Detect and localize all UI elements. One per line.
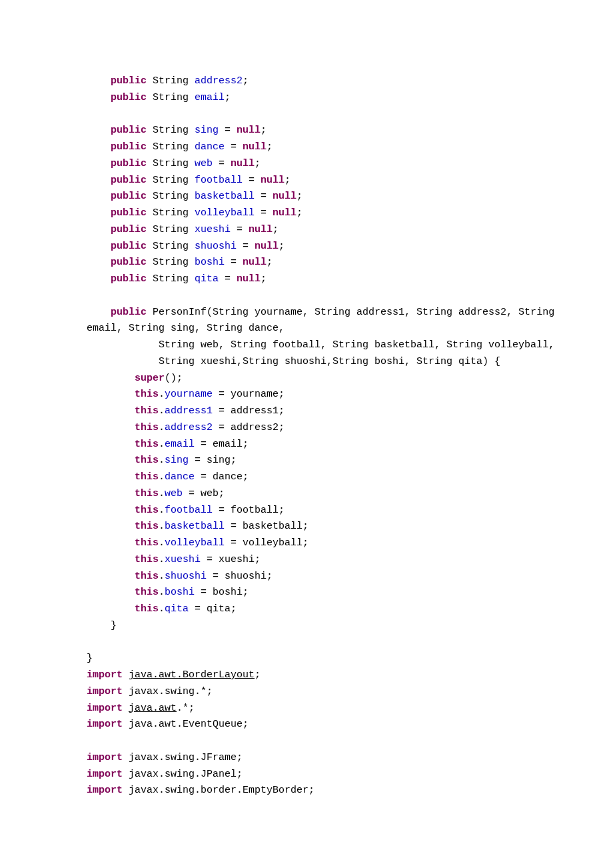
code-token: super xyxy=(135,373,165,384)
code-token: import xyxy=(87,703,129,714)
code-token: sing xyxy=(195,125,219,136)
code-token: public xyxy=(111,75,153,87)
code-token: = xyxy=(231,224,249,235)
code-token: String xyxy=(153,175,195,186)
code-token: public xyxy=(111,307,153,318)
code-token: public xyxy=(111,241,153,252)
code-line: } xyxy=(87,620,117,631)
code-line: import javax.swing.*; xyxy=(87,686,213,697)
code-token: this xyxy=(135,505,159,516)
code-line: this.address1 = address1; xyxy=(87,405,285,417)
code-token: this xyxy=(135,405,159,417)
code-line: this.xueshi = xueshi; xyxy=(87,554,261,565)
code-token: dance xyxy=(165,471,195,483)
code-token: = football; xyxy=(213,505,285,516)
code-token: this xyxy=(135,389,159,400)
code-token: basketball xyxy=(165,521,225,532)
code-token: ; xyxy=(285,175,291,186)
code-line: this.shuoshi = shuoshi; xyxy=(87,571,273,582)
code-token: null xyxy=(273,207,297,219)
code-line: public String dance = null; xyxy=(87,141,273,153)
code-token: javax.swing.JPanel; xyxy=(129,769,243,780)
code-token: String xyxy=(153,257,195,268)
code-token: = address1; xyxy=(213,405,285,417)
code-line: import javax.swing.JFrame; xyxy=(87,752,243,763)
code-token: = xyxy=(243,175,261,186)
code-token: . xyxy=(159,471,165,483)
code-token: javax.swing.JFrame; xyxy=(129,752,243,763)
code-token: . xyxy=(159,603,165,615)
code-token: String xyxy=(153,75,195,87)
code-token: basketball xyxy=(195,191,255,202)
code-line: this.email = email; xyxy=(87,439,249,450)
code-token: = address2; xyxy=(213,422,285,433)
code-token: ; xyxy=(243,75,249,87)
code-token: public xyxy=(111,207,153,219)
code-token: null xyxy=(231,158,255,169)
code-token: yourname xyxy=(165,389,213,400)
code-token: this xyxy=(135,603,159,615)
code-token: xueshi xyxy=(195,224,231,235)
code-token: web xyxy=(165,488,183,499)
code-line: this.basketball = basketball; xyxy=(87,521,308,532)
code-token: java.awt.BorderLayout xyxy=(129,669,255,681)
code-token: public xyxy=(111,175,153,186)
code-token: this xyxy=(135,587,159,598)
code-token: qita xyxy=(165,603,189,615)
code-token: ; xyxy=(255,158,261,169)
code-token: null xyxy=(261,175,285,186)
code-line: public String basketball = null; xyxy=(87,191,303,202)
code-token: this xyxy=(135,554,159,565)
code-line: public String boshi = null; xyxy=(87,257,273,268)
code-token: boshi xyxy=(165,587,195,598)
code-token: null xyxy=(243,257,267,268)
code-line: super(); xyxy=(87,373,183,384)
code-token: import xyxy=(87,769,129,780)
code-token: ; xyxy=(267,257,273,268)
code-token: = xyxy=(255,191,273,202)
code-token: . xyxy=(159,405,165,417)
code-token: = xueshi; xyxy=(201,554,261,565)
code-token: String xyxy=(153,125,195,136)
code-token: public xyxy=(111,158,153,169)
code-token: xueshi xyxy=(165,554,201,565)
code-token: address2 xyxy=(165,422,213,433)
code-token: public xyxy=(111,273,153,285)
code-token: . xyxy=(159,571,165,582)
code-block: public String address2; public String em… xyxy=(87,73,613,799)
code-token: import xyxy=(87,669,129,681)
code-token: null xyxy=(237,125,261,136)
code-token: this xyxy=(135,422,159,433)
code-token: . xyxy=(159,422,165,433)
code-token: ; xyxy=(297,191,303,202)
code-token: = dance; xyxy=(195,471,249,483)
code-token: = shuoshi; xyxy=(207,571,273,582)
code-token: dance xyxy=(195,141,225,153)
code-line: public String sing = null; xyxy=(87,125,267,136)
code-token: String xyxy=(153,92,195,103)
code-token: String xyxy=(153,273,195,285)
code-token: null xyxy=(237,273,261,285)
code-token: String xyxy=(153,207,195,219)
code-line: public String email; xyxy=(87,92,231,103)
code-line: this.sing = sing; xyxy=(87,455,237,466)
code-token: . xyxy=(159,505,165,516)
code-line: import java.awt.BorderLayout; xyxy=(87,669,261,681)
code-token: shuoshi xyxy=(195,241,237,252)
code-token: public xyxy=(111,125,153,136)
code-token: address1 xyxy=(165,405,213,417)
code-token: ; xyxy=(255,669,261,681)
code-token: this xyxy=(135,471,159,483)
code-token: = xyxy=(255,207,273,219)
code-token: ; xyxy=(261,273,267,285)
code-token: = sing; xyxy=(189,455,237,466)
code-token: . xyxy=(159,587,165,598)
code-token: = xyxy=(219,125,237,136)
code-line: public String football = null; xyxy=(87,175,291,186)
code-token: javax.swing.*; xyxy=(129,686,213,697)
code-token: this xyxy=(135,455,159,466)
code-line: this.address2 = address2; xyxy=(87,422,285,433)
code-line: public String web = null; xyxy=(87,158,261,169)
code-token: public xyxy=(111,191,153,202)
code-line: this.volleyball = volleyball; xyxy=(87,537,308,549)
